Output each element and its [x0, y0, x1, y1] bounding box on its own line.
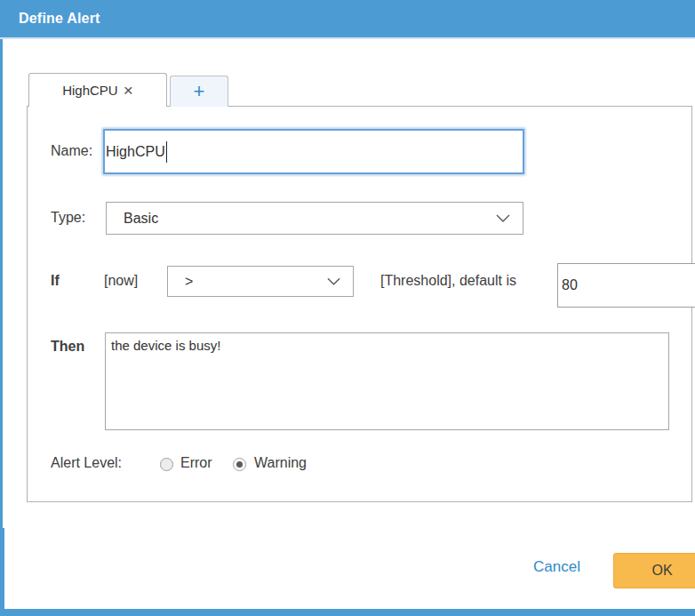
dialog-left-border [0, 39, 3, 528]
then-label: Then [51, 339, 84, 355]
dialog-bottom-border [0, 609, 695, 616]
type-dropdown[interactable]: Basic [106, 202, 523, 235]
tab-close-icon[interactable]: × [124, 82, 133, 99]
operator-dropdown-value: > [168, 274, 327, 290]
type-label: Type: [51, 210, 85, 226]
if-operand-label: [now] [104, 273, 138, 289]
tab-label: HighCPU [62, 83, 118, 98]
ok-button[interactable]: OK [613, 553, 695, 588]
dialog-titlebar: Define Alert × [0, 0, 695, 39]
ok-button-label: OK [651, 563, 672, 579]
chevron-down-icon [327, 277, 340, 286]
then-message-value: the device is busy! [111, 338, 220, 353]
then-message-textarea[interactable]: the device is busy! [105, 332, 669, 430]
tab-highcpu[interactable]: HighCPU × [28, 73, 167, 107]
radio-error[interactable] [160, 458, 173, 471]
threshold-suffix-label: [Threshold], default is [380, 273, 516, 289]
radio-warning[interactable] [233, 458, 246, 471]
if-label: If [51, 273, 60, 289]
name-label: Name: [51, 143, 92, 159]
radio-dot [236, 461, 243, 468]
cancel-button[interactable]: Cancel [533, 558, 580, 576]
threshold-input-value: 80 [562, 277, 578, 293]
radio-warning-label[interactable]: Warning [254, 455, 307, 471]
alert-level-label: Alert Level: [51, 455, 122, 471]
name-input[interactable]: HighCPU [103, 129, 524, 174]
name-input-value: HighCPU [106, 144, 165, 160]
type-dropdown-value: Basic [107, 211, 496, 227]
text-cursor [166, 141, 167, 163]
add-tab-button[interactable]: + [170, 76, 228, 107]
chevron-down-icon [496, 214, 510, 223]
define-alert-dialog: Define Alert × HighCPU × + Name: HighCPU… [0, 0, 695, 616]
operator-dropdown[interactable]: > [167, 266, 354, 297]
plus-icon: + [194, 80, 205, 103]
dialog-left-border-thick [0, 528, 4, 616]
threshold-input[interactable]: 80 [557, 263, 695, 308]
dialog-title: Define Alert [19, 11, 100, 27]
radio-error-label[interactable]: Error [180, 455, 212, 471]
